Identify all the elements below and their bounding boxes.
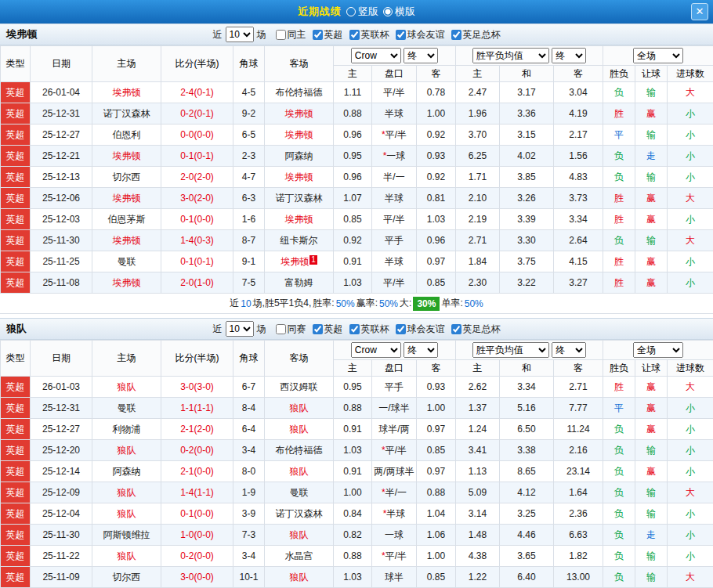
team-name: 狼队	[290, 572, 309, 583]
away-team-cell: 埃弗顿	[265, 209, 334, 230]
layout-vertical-option[interactable]: 竖版	[346, 5, 378, 19]
bookmaker-select[interactable]: Crow	[351, 48, 401, 63]
handicap-result-cell: 赢	[635, 419, 668, 440]
filter-option[interactable]: 英联杯	[349, 28, 389, 41]
date-cell: 25-12-27	[31, 419, 92, 440]
layout-vertical-radio[interactable]	[346, 7, 356, 16]
corner-cell: 8-4	[233, 398, 265, 419]
euro-time-select[interactable]: 终	[552, 342, 586, 358]
filter-checkbox[interactable]	[396, 324, 406, 334]
corner-cell: 9-2	[233, 103, 265, 124]
record-summary: 近10场,胜5平1负4,胜率:50% 赢率:50% 大:30% 单率:50%	[0, 294, 713, 314]
euro-draw-odds-cell: 3.22	[500, 272, 554, 294]
euro-draw-odds-cell: 4.02	[500, 146, 554, 167]
filter-option-label: 英超	[324, 323, 343, 336]
asian-home-odds-cell: 0.95	[334, 146, 372, 167]
home-team-cell: 狼队	[92, 482, 161, 503]
date-cell: 25-12-13	[31, 167, 92, 188]
result-scope-group: 全场	[603, 341, 713, 360]
euro-draw-odds-cell: 3.65	[500, 546, 554, 567]
home-team-cell: 伯恩利	[92, 124, 161, 146]
euro-home-odds-cell: 2.47	[456, 82, 500, 103]
filter-checkbox[interactable]	[276, 324, 286, 334]
result-cell: 负	[603, 482, 635, 503]
filter-checkbox[interactable]	[313, 324, 323, 334]
filter-option[interactable]: 同主	[276, 28, 306, 41]
euro-time-select[interactable]: 终	[552, 48, 586, 63]
team-title: 埃弗顿	[6, 27, 37, 41]
euro-avg-select[interactable]: 胜平负均值	[472, 48, 549, 63]
filter-checkbox[interactable]	[451, 30, 461, 40]
corner-cell: 8-7	[233, 230, 265, 251]
bookmaker-select[interactable]: Crow	[351, 342, 401, 358]
result-cell: 负	[603, 167, 635, 188]
filter-option-label: 英联杯	[361, 28, 389, 41]
date-cell: 25-12-31	[31, 103, 92, 124]
euro-away-odds-cell: 3.73	[554, 188, 603, 209]
league-cell: 英超	[1, 377, 31, 398]
euro-home-odds-cell: 1.48	[456, 525, 500, 546]
filter-option[interactable]: 英足总杯	[451, 323, 501, 336]
filter-checkbox[interactable]	[349, 30, 360, 40]
result-cell: 胜	[603, 188, 635, 209]
layout-horizontal-label: 横版	[395, 5, 415, 19]
col-home: 主场	[92, 341, 161, 377]
layout-horizontal-option[interactable]: 横版	[383, 5, 415, 19]
filter-checkbox[interactable]	[451, 324, 461, 334]
recent-count-select[interactable]: 10	[226, 27, 254, 42]
filter-option[interactable]: 英超	[313, 323, 343, 336]
filter-option[interactable]: 英联杯	[349, 323, 389, 336]
filter-checkbox[interactable]	[276, 30, 286, 40]
euro-away-odds-cell: 13.00	[554, 567, 603, 588]
score-cell: 1-0(0-0)	[161, 525, 233, 546]
away-team-cell: 曼联	[265, 482, 334, 503]
filter-option[interactable]: 球会友谊	[396, 28, 445, 41]
col-asian-home: 主	[334, 360, 372, 377]
away-team-cell: 布伦特福德	[265, 440, 334, 461]
corner-cell: 3-4	[233, 546, 265, 567]
col-result: 胜负	[603, 66, 635, 82]
filter-checkbox[interactable]	[313, 30, 323, 40]
date-cell: 25-12-21	[31, 146, 92, 167]
col-date: 日期	[31, 341, 92, 377]
home-team-cell: 埃弗顿	[92, 188, 161, 209]
euro-draw-odds-cell: 3.26	[500, 188, 554, 209]
team-name: 曼联	[290, 487, 309, 498]
asian-away-odds-cell: 0.97	[417, 251, 456, 272]
summary-text: 胜率:	[313, 297, 334, 310]
recent-label: 近	[213, 28, 223, 41]
filter-option[interactable]: 球会友谊	[396, 323, 445, 336]
euro-avg-select[interactable]: 胜平负均值	[472, 342, 549, 358]
euro-away-odds-cell: 23.14	[554, 461, 603, 482]
result-cell: 负	[603, 82, 635, 103]
asian-time-select[interactable]: 终	[404, 342, 438, 358]
scope-select[interactable]: 全场	[633, 342, 683, 358]
filter-option[interactable]: 同赛	[276, 323, 306, 336]
asian-away-odds-cell: 1.00	[417, 103, 456, 124]
asian-time-select[interactable]: 终	[404, 48, 438, 63]
filter-option[interactable]: 英超	[313, 28, 343, 41]
league-cell: 英超	[1, 124, 31, 146]
layout-horizontal-radio[interactable]	[383, 7, 393, 16]
asian-odds-group: Crow 终	[334, 341, 456, 360]
league-cell: 英超	[1, 188, 31, 209]
home-team-cell: 埃弗顿	[92, 272, 161, 294]
euro-home-odds-cell: 2.30	[456, 272, 500, 294]
filter-checkbox[interactable]	[396, 30, 406, 40]
recent-count-select[interactable]: 10	[226, 321, 254, 337]
handicap-cell: 球半	[372, 567, 417, 588]
result-cell: 平	[603, 124, 635, 146]
close-icon[interactable]: ✕	[691, 3, 708, 20]
league-cell: 英超	[1, 82, 31, 103]
match-row: 英超25-11-30埃弗顿1-4(0-3)8-7纽卡斯尔0.92平手0.962.…	[1, 230, 713, 251]
goals-cell: 小	[668, 461, 713, 482]
filter-checkbox[interactable]	[349, 324, 360, 334]
handicap-cell: 一球	[372, 525, 417, 546]
score-cell: 0-1(0-1)	[161, 251, 233, 272]
euro-home-odds-cell: 1.96	[456, 103, 500, 124]
euro-draw-odds-cell: 3.75	[500, 251, 554, 272]
scope-select[interactable]: 全场	[633, 48, 683, 63]
team-name: 阿森纳	[113, 466, 141, 477]
match-row: 英超25-12-27伯恩利0-0(0-0)6-5埃弗顿0.96*平/半0.923…	[1, 124, 713, 146]
filter-option[interactable]: 英足总杯	[451, 28, 501, 41]
